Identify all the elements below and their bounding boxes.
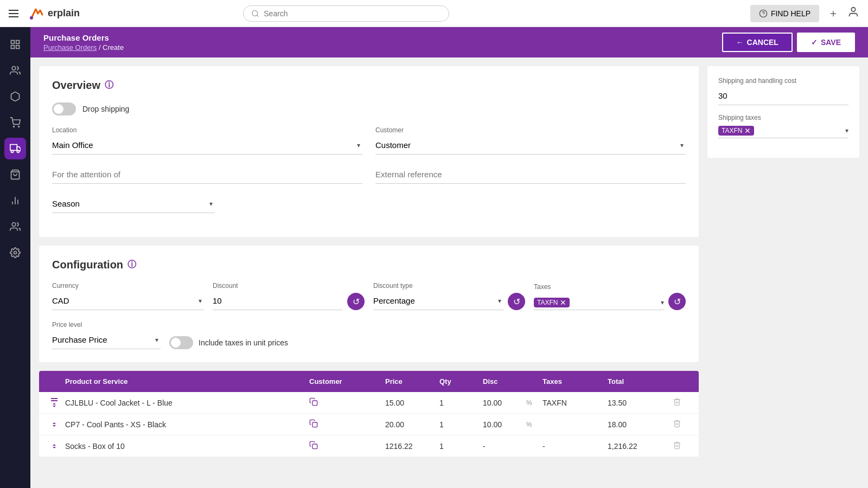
content-area: Overview ⓘ Drop shipping Location: [30, 57, 868, 488]
include-taxes-row: Include taxes in unit prices: [169, 336, 288, 349]
sidebar-item-sales[interactable]: [4, 112, 26, 133]
find-help-button[interactable]: FIND HELP: [750, 5, 819, 22]
search-bar[interactable]: [243, 5, 449, 22]
sidebar-item-purchases[interactable]: [4, 138, 26, 159]
delete-icon[interactable]: [673, 419, 681, 428]
include-taxes-toggle[interactable]: [169, 336, 193, 349]
location-select-wrapper[interactable]: Main Office ▾: [52, 136, 362, 155]
right-panel: Shipping and handling cost Shipping taxe…: [707, 66, 859, 158]
include-taxes-label: Include taxes in unit prices: [199, 338, 288, 347]
discount-input[interactable]: [213, 292, 343, 310]
discount-type-reset-button[interactable]: ↺: [508, 293, 525, 310]
row-delete[interactable]: [673, 419, 694, 429]
discount-type-with-btn: Percentage ▾ ↺: [373, 292, 525, 310]
taxfn-remove-button[interactable]: ✕: [560, 299, 566, 306]
sidebar-item-dashboard[interactable]: [4, 34, 26, 55]
location-select[interactable]: Main Office: [52, 136, 362, 155]
price-level-row: Price level Purchase Price ▾: [52, 321, 686, 349]
season-row: Season ▾: [52, 195, 686, 213]
save-button[interactable]: ✓ SAVE: [797, 33, 855, 52]
row-taxes: TAXFN: [542, 399, 608, 407]
taxes-dropdown-icon[interactable]: ▾: [661, 299, 664, 306]
price-level-group: Price level Purchase Price ▾: [52, 321, 161, 349]
discount-type-select[interactable]: Percentage: [373, 292, 503, 310]
user-icon: [847, 6, 859, 18]
sort-handle[interactable]: [43, 444, 65, 449]
sidebar-item-team[interactable]: [4, 216, 26, 237]
svg-rect-7: [16, 41, 20, 44]
customer-group: Customer Customer ▾: [375, 126, 686, 155]
svg-point-0: [30, 16, 33, 20]
currency-select-wrapper[interactable]: CAD ▾: [52, 292, 204, 310]
row-total: 18.00: [608, 420, 673, 429]
price-level-select-wrapper[interactable]: Purchase Price ▾: [52, 331, 161, 349]
delete-icon[interactable]: [673, 397, 681, 406]
user-button[interactable]: [847, 6, 859, 21]
copy-icon[interactable]: [309, 419, 318, 428]
line-items-table: Product or Service Customer Price Qty Di…: [39, 371, 699, 457]
delete-icon[interactable]: [673, 441, 681, 450]
currency-select[interactable]: CAD: [52, 292, 204, 310]
copy-icon[interactable]: [309, 397, 318, 406]
breadcrumb-actions: ← CANCEL ✓ SAVE: [722, 33, 855, 52]
sidebar: [0, 27, 30, 488]
breadcrumb-title: Purchase Orders: [43, 33, 124, 42]
sidebar-item-reports[interactable]: [4, 190, 26, 211]
search-input[interactable]: [264, 9, 441, 18]
currency-label: Currency: [52, 282, 204, 290]
table-header-total: Total: [608, 377, 673, 386]
svg-point-11: [14, 126, 15, 127]
add-button[interactable]: ＋: [828, 6, 839, 21]
sort-handle[interactable]: [43, 398, 65, 408]
row-total: 13.50: [608, 399, 673, 407]
copy-icon[interactable]: [309, 441, 318, 450]
shipping-cost-input[interactable]: [718, 87, 848, 105]
price-level-select[interactable]: Purchase Price: [52, 331, 161, 349]
sidebar-item-contacts[interactable]: [4, 60, 26, 81]
row-price: 15.00: [385, 399, 439, 407]
row-price: 20.00: [385, 420, 439, 429]
drop-shipping-toggle[interactable]: [52, 102, 76, 115]
discount-with-btn: ↺: [213, 292, 365, 310]
shipping-taxfn-tag: TAXFN ✕: [718, 126, 754, 136]
row-qty: 1: [439, 442, 483, 451]
main-content: Purchase Orders Purchase Orders / Create…: [30, 27, 868, 488]
sidebar-item-inventory[interactable]: [4, 86, 26, 107]
season-select-wrapper[interactable]: Season ▾: [52, 195, 215, 213]
row-disc-pct: %: [526, 399, 542, 407]
row-customer: [309, 419, 385, 429]
breadcrumb-link-purchase-orders[interactable]: Purchase Orders: [43, 43, 97, 52]
sidebar-item-settings[interactable]: [4, 242, 26, 264]
row-disc: 10.00: [483, 420, 526, 429]
shipping-taxes-dropdown-icon[interactable]: ▾: [845, 127, 848, 134]
row-delete[interactable]: [673, 441, 694, 451]
table-header-product: Product or Service: [65, 377, 309, 386]
external-ref-input[interactable]: [375, 165, 686, 184]
customer-select[interactable]: Customer: [375, 136, 686, 155]
svg-rect-23: [312, 422, 317, 427]
sort-handle[interactable]: [43, 422, 65, 427]
config-main-row: Currency CAD ▾ Discount: [52, 282, 686, 310]
price-level-label: Price level: [52, 321, 161, 329]
shipping-taxfn-remove-button[interactable]: ✕: [744, 127, 751, 134]
customer-select-wrapper[interactable]: Customer ▾: [375, 136, 686, 155]
row-qty: 1: [439, 399, 483, 407]
cancel-button[interactable]: ← CANCEL: [722, 33, 793, 52]
hamburger-menu[interactable]: [9, 10, 18, 17]
discount-reset-button[interactable]: ↺: [347, 293, 365, 310]
shipping-cost-group: Shipping and handling cost: [718, 77, 848, 105]
taxes-reset-button[interactable]: ↺: [668, 293, 686, 310]
toggle-slider: [52, 102, 76, 115]
attention-input[interactable]: [52, 165, 362, 184]
configuration-info-icon[interactable]: ⓘ: [127, 259, 136, 271]
shipping-taxes-group: Shipping taxes TAXFN ✕ ▾: [718, 114, 848, 138]
season-select[interactable]: Season: [52, 195, 215, 213]
row-delete[interactable]: [673, 397, 694, 408]
sidebar-item-orders[interactable]: [4, 164, 26, 185]
svg-line-2: [257, 15, 259, 16]
nav-right: FIND HELP ＋: [750, 5, 859, 22]
overview-info-icon[interactable]: ⓘ: [105, 80, 113, 91]
shipping-taxes-tag-select[interactable]: TAXFN ✕ ▾: [718, 124, 848, 138]
taxes-tag-select[interactable]: TAXFN ✕ ▾: [534, 296, 664, 310]
discount-type-select-wrapper[interactable]: Percentage ▾: [373, 292, 503, 310]
